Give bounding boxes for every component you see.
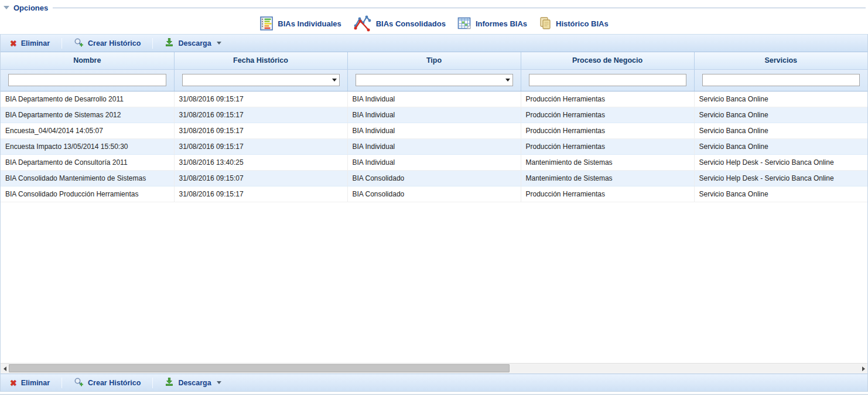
row-name-link[interactable]: BIA Departamento de Sistemas 2012 (1, 107, 174, 123)
nav-item-historico-bias[interactable]: Histórico BIAs (539, 16, 609, 30)
row-tipo-cell: BIA Individual (347, 91, 521, 107)
table-row[interactable]: BIA Consolidado Producción Herramientas … (1, 186, 867, 202)
grid-filter-row (1, 69, 867, 91)
historico-grid: Nombre Fecha Histórico Tipo Proceso de N… (1, 52, 867, 202)
nav-bar: BIAs Individuales BIAs Consolidados (0, 13, 868, 34)
scroll-right-arrow-icon (862, 367, 865, 371)
delete-x-icon: ✖ (10, 379, 17, 387)
column-header-nombre[interactable]: Nombre (1, 52, 174, 69)
nav-item-bias-consolidados[interactable]: BIAs Consolidados (353, 15, 446, 32)
bia-consolidados-icon (353, 15, 372, 32)
row-tipo-cell: BIA Consolidado (347, 186, 521, 202)
row-proceso-cell: Mantenimiento de Sistemas (521, 154, 694, 170)
download-icon (165, 377, 174, 388)
filter-cell-servicios (694, 69, 867, 91)
table-row[interactable]: Encuesta Impacto 13/05/2014 15:50:30 31/… (1, 138, 867, 154)
row-proceso-cell: Producción Herramientas (521, 123, 694, 138)
toolbar-bottom: ✖ Eliminar Crear Histórico (1, 374, 867, 391)
eliminar-button-bottom[interactable]: ✖ Eliminar (4, 377, 56, 389)
fieldset-divider (53, 8, 866, 8)
nav-label: BIAs Individuales (278, 19, 341, 28)
filter-fecha-select[interactable] (182, 74, 340, 86)
filter-tipo-select[interactable] (356, 74, 513, 86)
row-fecha-cell: 31/08/2016 09:15:17 (174, 186, 347, 202)
column-header-proceso-de-negocio[interactable]: Proceso de Negocio (521, 52, 694, 69)
row-servicios-cell: Servicio Help Desk - Servicio Banca Onli… (694, 154, 867, 170)
nav-label: BIAs Consolidados (376, 19, 446, 28)
opciones-panel-header: Opciones (0, 0, 868, 13)
table-row[interactable]: Encuesta_04/04/2014 14:05:07 31/08/2016 … (1, 123, 867, 138)
scroll-left-arrow[interactable] (1, 364, 9, 374)
row-name-link[interactable]: BIA Consolidado Producción Herramientas (1, 186, 174, 202)
toolbar-separator (152, 378, 153, 388)
nav-label: Informes BIAs (476, 19, 527, 28)
row-proceso-cell: Producción Herramientas (521, 138, 694, 154)
panel-title: Opciones (13, 4, 48, 12)
filter-cell-nombre (1, 69, 174, 91)
row-name-link[interactable]: Encuesta Impacto 13/05/2014 15:50:30 (1, 138, 174, 154)
row-tipo-cell: BIA Individual (347, 107, 521, 123)
row-fecha-cell: 31/08/2016 13:40:25 (174, 154, 347, 170)
row-name-link[interactable]: BIA Departamento de Consultoría 2011 (1, 154, 174, 170)
grid-body: BIA Departamento de Desarrollo 2011 31/0… (1, 91, 867, 202)
scroll-right-arrow[interactable] (859, 364, 867, 374)
filter-proceso-input[interactable] (529, 74, 686, 86)
column-header-servicios[interactable]: Servicios (694, 52, 867, 69)
table-row[interactable]: BIA Departamento de Desarrollo 2011 31/0… (1, 91, 867, 107)
delete-x-icon: ✖ (10, 39, 17, 47)
magnifier-plus-icon (74, 377, 84, 389)
filter-servicios-input[interactable] (702, 74, 860, 86)
historico-bias-icon (539, 16, 552, 30)
chevron-down-icon (217, 42, 221, 45)
column-header-tipo[interactable]: Tipo (347, 52, 521, 69)
row-name-link[interactable]: BIA Departamento de Desarrollo 2011 (1, 91, 174, 107)
scrollbar-thumb[interactable] (9, 364, 510, 372)
filter-cell-tipo (347, 69, 521, 91)
filter-cell-fecha (174, 69, 347, 91)
row-proceso-cell: Mantenimiento de Sistemas (521, 170, 694, 186)
row-servicios-cell: Servicio Banca Online (694, 186, 867, 202)
collapse-arrow-icon[interactable] (4, 6, 9, 9)
table-row[interactable]: BIA Departamento de Consultoría 2011 31/… (1, 154, 867, 170)
table-row[interactable]: BIA Consolidado Mantenimiento de Sistema… (1, 170, 867, 186)
descarga-label: Descarga (178, 39, 211, 47)
row-tipo-cell: BIA Individual (347, 138, 521, 154)
bia-individuales-icon (259, 16, 274, 30)
horizontal-scrollbar[interactable] (1, 363, 867, 374)
row-fecha-cell: 31/08/2016 09:15:07 (174, 170, 347, 186)
row-servicios-cell: Servicio Help Desk - Servicio Banca Onli… (694, 170, 867, 186)
toolbar-top: ✖ Eliminar Crear Histórico (1, 35, 867, 52)
filter-nombre-input[interactable] (8, 74, 166, 86)
row-proceso-cell: Producción Herramientas (521, 107, 694, 123)
crear-historico-button-bottom[interactable]: Crear Histórico (68, 375, 146, 391)
grid-empty-area (1, 202, 867, 364)
filter-cell-proceso (521, 69, 694, 91)
row-servicios-cell: Servicio Banca Online (694, 123, 867, 138)
row-tipo-cell: BIA Individual (347, 123, 521, 138)
dropdown-arrow-icon (505, 79, 510, 82)
crear-historico-label: Crear Histórico (88, 39, 141, 47)
eliminar-label: Eliminar (21, 39, 50, 47)
column-header-fecha-historico[interactable]: Fecha Histórico (174, 52, 347, 69)
row-servicios-cell: Servicio Banca Online (694, 138, 867, 154)
table-row[interactable]: BIA Departamento de Sistemas 2012 31/08/… (1, 107, 867, 123)
row-fecha-cell: 31/08/2016 09:15:17 (174, 138, 347, 154)
descarga-label: Descarga (178, 379, 211, 387)
nav-item-bias-individuales[interactable]: BIAs Individuales (259, 16, 341, 30)
descarga-button[interactable]: Descarga (159, 36, 227, 50)
page-bottom-edge (0, 392, 868, 397)
scrollbar-track[interactable] (9, 364, 867, 374)
row-name-link[interactable]: Encuesta_04/04/2014 14:05:07 (1, 123, 174, 138)
crear-historico-label: Crear Histórico (88, 379, 141, 387)
magnifier-plus-icon (74, 38, 84, 49)
eliminar-button[interactable]: ✖ Eliminar (4, 38, 56, 49)
dropdown-arrow-icon (332, 79, 337, 82)
row-fecha-cell: 31/08/2016 09:15:17 (174, 91, 347, 107)
page-bottom-border (0, 394, 868, 395)
row-tipo-cell: BIA Consolidado (347, 170, 521, 186)
toolbar-separator (152, 38, 153, 49)
nav-item-informes-bias[interactable]: Informes BIAs (457, 16, 527, 30)
row-name-link[interactable]: BIA Consolidado Mantenimiento de Sistema… (1, 170, 174, 186)
descarga-button-bottom[interactable]: Descarga (159, 375, 227, 390)
crear-historico-button[interactable]: Crear Histórico (68, 36, 146, 51)
